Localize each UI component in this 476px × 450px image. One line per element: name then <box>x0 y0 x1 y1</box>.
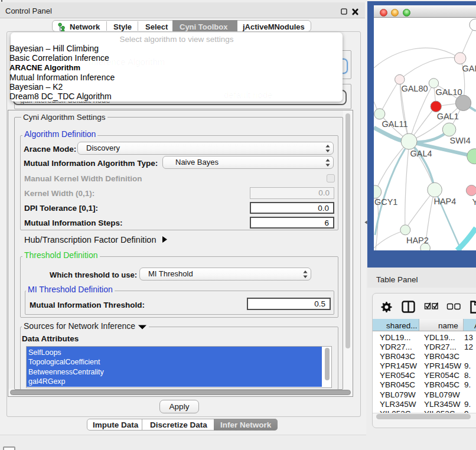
svg-text:GAL7: GAL7 <box>462 64 476 73</box>
svg-text:GCY1: GCY1 <box>374 197 398 207</box>
svg-text:HAP4: HAP4 <box>433 197 456 206</box>
svg-text:GAL10: GAL10 <box>435 87 462 97</box>
svg-text:GAL11: GAL11 <box>382 119 408 129</box>
svg-text:SWI4: SWI4 <box>449 136 470 145</box>
svg-text:GAL1: GAL1 <box>437 112 459 121</box>
svg-text:HAP2: HAP2 <box>406 236 429 245</box>
svg-text:GAL80: GAL80 <box>401 84 428 93</box>
svg-text:Y: Y <box>472 197 476 207</box>
svg-text:GAL4: GAL4 <box>410 149 432 158</box>
